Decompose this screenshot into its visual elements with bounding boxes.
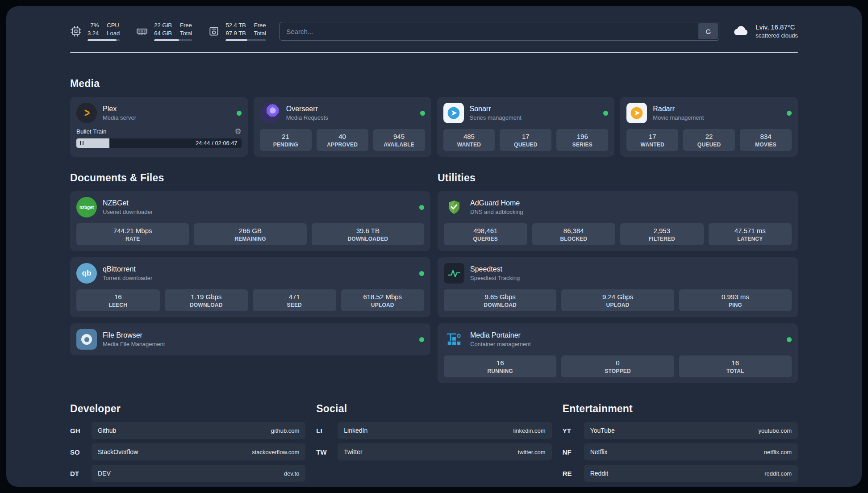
ram-usage-bar-fill — [154, 39, 179, 41]
stat-value: 485 — [445, 133, 493, 140]
app-card-overseerr[interactable]: Overseerr Media Requests 21 PENDING 40 A… — [254, 97, 431, 157]
bookmark-abbr: SO — [70, 448, 86, 456]
bookmark-link[interactable]: Netflix netflix.com — [584, 443, 798, 460]
bookmark-abbr: NF — [563, 448, 579, 456]
app-card-speedtest[interactable]: Speedtest Speedtest Tracking 9.65 Gbps D… — [438, 257, 798, 317]
stat-label: QUERIES — [446, 236, 526, 242]
app-card-sonarr[interactable]: Sonarr Series management 485 WANTED 17 Q… — [437, 97, 615, 157]
stat-label: LATENCY — [710, 236, 790, 242]
now-playing-title: Bullet Train — [76, 128, 107, 135]
stat-label: QUEUED — [685, 142, 733, 148]
bookmarks-section: Developer GH Github github.com SO StackO… — [70, 403, 798, 487]
bookmark-dev[interactable]: DT DEV dev.to — [70, 465, 305, 482]
stat-download: 1.19 Gbps DOWNLOAD — [165, 289, 248, 311]
app-subtitle: Media Requests — [286, 114, 328, 121]
app-card-adguard[interactable]: AdGuard Home DNS and adblocking 498,461 … — [438, 191, 798, 251]
stat-value: 834 — [742, 133, 790, 140]
stats-row: 744.21 Mbps RATE 266 GB REMAINING 39.6 T… — [76, 223, 424, 245]
stat-upload: 9.24 Gbps UPLOAD — [561, 289, 674, 311]
card-header: nzbget NZBGet Usenet downloader — [76, 197, 424, 217]
stat-upload: 618.52 Mbps UPLOAD — [341, 289, 425, 311]
cpu-usage-value: 7% — [91, 21, 99, 29]
search-engine-button[interactable]: G — [698, 23, 718, 39]
app-text: NZBGet Usenet downloader — [103, 199, 153, 215]
app-name: Sonarr — [470, 105, 522, 113]
bookmark-url: reddit.com — [764, 470, 792, 477]
bookmark-url: stackoverflow.com — [252, 449, 299, 455]
bookmark-link[interactable]: Reddit reddit.com — [584, 465, 798, 482]
app-card-filebrowser[interactable]: File Browser Media File Management — [70, 323, 430, 355]
stat-value: 22 — [685, 133, 733, 140]
app-subtitle: Speedtest Tracking — [470, 275, 520, 281]
search-input[interactable] — [280, 22, 719, 41]
app-subtitle: Media server — [103, 114, 136, 121]
card-header: qb qBittorrent Torrent downloader — [76, 263, 424, 284]
stat-rate: 744.21 Mbps RATE — [76, 223, 189, 245]
stat-value: 471 — [255, 293, 334, 301]
stat-label: DOWNLOAD — [167, 302, 246, 308]
bookmark-github[interactable]: GH Github github.com — [70, 422, 305, 439]
stat-download: 9.65 Gbps DOWNLOAD — [444, 289, 556, 311]
bookmark-reddit[interactable]: RE Reddit reddit.com — [563, 465, 798, 482]
stats-row: 16 RUNNING 0 STOPPED 16 TOTAL — [444, 355, 792, 377]
now-playing-widget: Bullet Train ⚙ 24:44 / 02:06:47 — [76, 128, 242, 148]
bookmark-link[interactable]: Twitter twitter.com — [338, 443, 551, 460]
app-card-radarr[interactable]: Radarr Movie management 17 WANTED 22 QUE… — [620, 97, 798, 157]
app-text: Media Portainer Container management — [470, 331, 531, 347]
stat-label: FILTERED — [622, 236, 702, 242]
section-title-documents: Documents & Files — [70, 172, 430, 184]
app-card-qbittorrent[interactable]: qb qBittorrent Torrent downloader 16 — [70, 257, 430, 317]
stat-value: 16 — [78, 293, 158, 301]
cpu-load-value: 3.24 — [88, 29, 99, 38]
bookmark-link[interactable]: StackOverflow stackoverflow.com — [92, 443, 305, 460]
status-dot — [603, 111, 608, 116]
section-title-media: Media — [70, 78, 798, 90]
stats-row: 17 WANTED 22 QUEUED 834 MOVIES — [626, 129, 792, 151]
cpu-label: CPU — [107, 21, 120, 29]
gear-icon[interactable]: ⚙ — [235, 128, 242, 135]
top-bar: 7% 3.24 CPU Load — [70, 21, 798, 41]
bookmark-stackoverflow[interactable]: SO StackOverflow stackoverflow.com — [70, 443, 305, 460]
ram-total-value: 64 GiB — [154, 29, 172, 38]
disk-usage-bar — [225, 39, 266, 41]
filebrowser-icon — [76, 329, 97, 350]
filebrowser-icon-core — [84, 337, 89, 342]
status-dot — [419, 271, 424, 276]
card-header: File Browser Media File Management — [76, 329, 424, 350]
stat-running: 16 RUNNING — [444, 355, 556, 377]
app-subtitle: Media File Management — [103, 341, 165, 347]
app-card-portainer[interactable]: Media Portainer Container management 16 … — [438, 323, 798, 383]
ram-metric: 22 GiB 64 GiB Free Total — [136, 21, 192, 41]
stat-value: 0.993 ms — [681, 293, 790, 301]
disk-free-value: 52.4 TB — [225, 21, 246, 29]
overseerr-icon — [260, 103, 280, 123]
bookmark-youtube[interactable]: YT YouTube youtube.com — [563, 422, 798, 439]
bookmark-url: youtube.com — [759, 427, 792, 434]
card-header: Media Portainer Container management — [444, 329, 792, 350]
bookmark-abbr: YT — [563, 427, 579, 435]
stat-wanted: 485 WANTED — [443, 129, 495, 151]
ram-total-label: Total — [180, 29, 192, 38]
bookmarks-entertainment: Entertainment YT YouTube youtube.com NF … — [563, 403, 798, 482]
bookmark-link[interactable]: YouTube youtube.com — [584, 422, 798, 439]
app-card-plex[interactable]: > Plex Media server Bullet Train ⚙ — [70, 97, 248, 157]
playback-time: 24:44 / 02:06:47 — [196, 140, 238, 146]
bookmark-link[interactable]: LinkedIn linkedin.com — [338, 422, 551, 439]
stat-value: 9.24 Gbps — [563, 293, 672, 301]
stat-value: 21 — [262, 133, 310, 140]
cloud-icon — [733, 24, 750, 38]
bookmark-netflix[interactable]: NF Netflix netflix.com — [563, 443, 798, 460]
stat-wanted: 17 WANTED — [626, 129, 678, 151]
stat-value: 47.571 ms — [710, 227, 790, 234]
bookmark-twitter[interactable]: TW Twitter twitter.com — [316, 443, 551, 460]
qbittorrent-logo-text: qb — [82, 269, 92, 278]
stat-leech: 16 LEECH — [76, 289, 160, 311]
bookmark-linkedin[interactable]: LI LinkedIn linkedin.com — [316, 422, 551, 439]
bookmark-rows: YT YouTube youtube.com NF Netflix netfli… — [563, 422, 798, 482]
playback-progress-bar[interactable]: 24:44 / 02:06:47 — [76, 138, 242, 148]
bookmark-link[interactable]: Github github.com — [92, 422, 305, 439]
pause-icon[interactable] — [80, 141, 83, 145]
app-card-nzbget[interactable]: nzbget NZBGet Usenet downloader 744.21 M… — [70, 191, 430, 251]
bookmark-link[interactable]: DEV dev.to — [92, 465, 305, 482]
stat-label: WANTED — [628, 142, 676, 148]
